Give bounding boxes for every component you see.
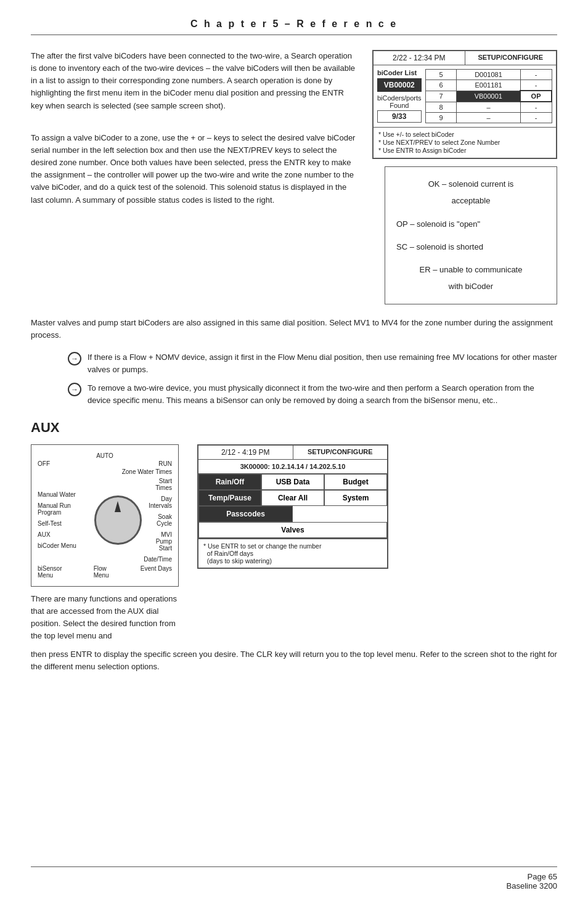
dial-bicoder-menu: biCoder Menu bbox=[38, 542, 94, 549]
table-row: 8–- bbox=[425, 102, 552, 113]
footer-text: Page 65 Baseline 3200 bbox=[31, 872, 557, 891]
table-cell-status: - bbox=[520, 113, 552, 123]
aux-text1: There are many functions and operations … bbox=[31, 593, 179, 643]
aux-btn-usb-data[interactable]: USB Data bbox=[261, 474, 324, 490]
page: C h a p t e r 5 – R e f e r e n c e The … bbox=[0, 0, 588, 909]
dial-run: RUN bbox=[158, 460, 172, 467]
status-ok: OK – solenoid current isacceptable bbox=[396, 176, 545, 210]
dial-middle: Manual Water Manual Run Program Self-Tes… bbox=[38, 478, 172, 563]
footer-line-2: * Use NEXT/PREV to select Zone Number bbox=[378, 139, 551, 146]
screen-right: 5D001081-6E001181-7VB00001OP8–-9–- bbox=[425, 69, 552, 123]
note-1-text: If there is a Flow + NOMV device, assign… bbox=[88, 351, 557, 376]
table-cell-num: 9 bbox=[425, 113, 457, 123]
aux-btn-passcodes[interactable]: Passcodes bbox=[198, 506, 293, 522]
status-sc: SC – solenoid is shorted bbox=[396, 238, 545, 255]
dial-off-run-row: OFF RUN bbox=[38, 460, 172, 467]
dial-flow-label: Flow Menu bbox=[94, 565, 109, 579]
footer-product: Baseline 3200 bbox=[31, 881, 557, 891]
aux-btn-temp-pause[interactable]: Temp/Pause bbox=[198, 490, 261, 506]
dial-mvi-pump: MVIPump Start bbox=[142, 531, 172, 552]
note-2-text: To remove a two-wire device, you must ph… bbox=[88, 382, 557, 407]
bicoder-count: 9/33 bbox=[377, 110, 422, 123]
note-2-icon: → bbox=[68, 383, 81, 396]
table-cell-num: 5 bbox=[425, 70, 457, 80]
aux-ip-row: 3K00000: 10.2.14.14 / 14.202.5.10 bbox=[198, 460, 387, 474]
intro-para1: The after the first valve biCoders have … bbox=[31, 50, 357, 112]
notes-section: → If there is a Flow + NOMV device, assi… bbox=[68, 351, 557, 407]
bicoder-screen: 2/22 - 12:34 PM SETUP/CONFIGURE biCoder … bbox=[372, 50, 557, 159]
bicoder-table: 5D001081-6E001181-7VB00001OP8–-9–- bbox=[425, 69, 552, 123]
aux-heading: AUX bbox=[31, 420, 557, 436]
table-row: 9–- bbox=[425, 113, 552, 123]
footer-area: Page 65 Baseline 3200 bbox=[31, 866, 557, 891]
dial-manual-water: Manual Water bbox=[38, 491, 94, 498]
status-op: OP – solenoid is "open" bbox=[396, 216, 545, 232]
note-1-icon: → bbox=[68, 352, 81, 365]
dial-right-labels: Start Times DayIntervals Soak Cycle MVIP… bbox=[142, 478, 172, 563]
aux-btn-budget[interactable]: Budget bbox=[324, 474, 387, 490]
footer-page: Page 65 bbox=[31, 872, 557, 881]
intro-text-left: The after the first valve biCoders have … bbox=[31, 50, 357, 304]
aux-buttons-section: Rain/Off USB Data Budget Temp/Pause Clea… bbox=[198, 474, 387, 539]
dial-start-times: Start Times bbox=[142, 478, 172, 491]
footer-line-3: * Use ENTR to Assign biCoder bbox=[378, 147, 551, 154]
table-cell-status: - bbox=[520, 80, 552, 91]
table-cell-status: - bbox=[520, 102, 552, 113]
aux-buttons-row3: Passcodes Valves bbox=[198, 506, 387, 538]
aux-screen-time: 2/12 - 4:19 PM bbox=[198, 446, 293, 459]
table-cell-num: 7 bbox=[425, 91, 457, 102]
dial-off: OFF bbox=[38, 460, 50, 467]
screen-widget-top: 2/22 - 12:34 PM SETUP/CONFIGURE biCoder … bbox=[372, 50, 557, 304]
bicoder-list-label: biCoder List bbox=[377, 69, 422, 76]
dial-auto-label: AUTO bbox=[38, 452, 172, 459]
screen-setup: SETUP/CONFIGURE bbox=[465, 51, 557, 65]
aux-footer-line2: of Rain/Off days bbox=[203, 550, 382, 557]
aux-btn-rain-off[interactable]: Rain/Off bbox=[198, 474, 261, 490]
aux-footer-line1: * Use ENTR to set or change the number bbox=[203, 542, 382, 550]
table-cell-status: - bbox=[520, 70, 552, 80]
aux-screen-footer: * Use ENTR to set or change the number o… bbox=[198, 539, 387, 568]
dial-diagram: AUTO OFF RUN Zone Water Times Manual Wat… bbox=[31, 444, 179, 587]
dial-bisensor-label: biSensor Menu bbox=[38, 565, 62, 579]
aux-buttons-row1: Rain/Off USB Data Budget bbox=[198, 474, 387, 490]
aux-footer-line3: (days to skip watering) bbox=[203, 557, 382, 565]
dial-zone-water: Zone Water Times bbox=[122, 468, 172, 475]
footer-line-1: * Use +/- to select biCoder bbox=[378, 131, 551, 138]
note-1: → If there is a Flow + NOMV device, assi… bbox=[68, 351, 557, 376]
aux-screen-header: 2/12 - 4:19 PM SETUP/CONFIGURE bbox=[198, 446, 387, 460]
status-box: OK – solenoid current isacceptable OP – … bbox=[385, 166, 557, 304]
table-cell-num: 6 bbox=[425, 80, 457, 91]
screen-header: 2/22 - 12:34 PM SETUP/CONFIGURE bbox=[374, 51, 556, 65]
dial-soak-cycle: Soak Cycle bbox=[142, 513, 172, 527]
table-cell-code: D001081 bbox=[457, 70, 520, 80]
intro-para3-wrapper: Master valves and pump start biCoders ar… bbox=[31, 317, 557, 341]
status-er: ER – unable to communicatewith biCoder bbox=[396, 261, 545, 295]
aux-btn-valves[interactable]: Valves bbox=[198, 522, 387, 538]
aux-btn-clear-all[interactable]: Clear All bbox=[261, 490, 324, 506]
dial-self-test: Self-Test bbox=[38, 520, 94, 527]
table-cell-code: VB00001 bbox=[457, 91, 520, 102]
aux-btn-system[interactable]: System bbox=[324, 490, 387, 506]
dial-left-labels: Manual Water Manual Run Program Self-Tes… bbox=[38, 491, 94, 549]
dial-auto: AUTO bbox=[96, 452, 113, 459]
table-row: 7VB00001OP bbox=[425, 91, 552, 102]
aux-screen: 2/12 - 4:19 PM SETUP/CONFIGURE 3K00000: … bbox=[197, 444, 388, 569]
dial-arrow bbox=[115, 501, 121, 512]
footer-divider bbox=[31, 866, 557, 867]
table-cell-num: 8 bbox=[425, 102, 457, 113]
vb-value: VB00002 bbox=[377, 78, 422, 92]
aux-right: 2/12 - 4:19 PM SETUP/CONFIGURE 3K00000: … bbox=[197, 444, 557, 569]
chapter-title: C h a p t e r 5 – R e f e r e n c e bbox=[31, 18, 557, 35]
aux-screen-setup: SETUP/CONFIGURE bbox=[293, 446, 388, 459]
table-cell-code: – bbox=[457, 113, 520, 123]
dial-event-days: Event Days bbox=[141, 565, 172, 579]
screen-body: biCoder List VB00002 biCoders/ports Foun… bbox=[374, 65, 556, 127]
dial-circle bbox=[94, 495, 142, 545]
dial-day-intervals: DayIntervals bbox=[142, 495, 172, 509]
dial-datetime: Date/Time bbox=[142, 556, 172, 563]
dial-zone-label-row: Zone Water Times bbox=[38, 468, 172, 475]
note-2: → To remove a two-wire device, you must … bbox=[68, 382, 557, 407]
screen-footer: * Use +/- to select biCoder * Use NEXT/P… bbox=[374, 127, 556, 158]
intro-para3: Master valves and pump start biCoders ar… bbox=[31, 317, 557, 341]
screen-left: biCoder List VB00002 biCoders/ports Foun… bbox=[377, 69, 422, 123]
